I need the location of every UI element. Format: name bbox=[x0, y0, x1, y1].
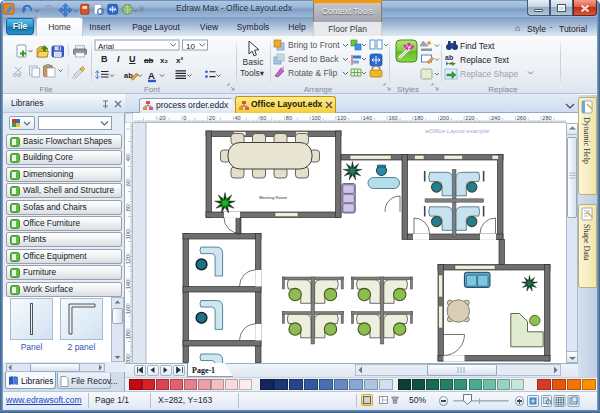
svg-text:120: 120 bbox=[125, 255, 131, 264]
svg-text:240: 240 bbox=[491, 115, 500, 121]
svg-text:wOffice Layout example: wOffice Layout example bbox=[425, 128, 490, 134]
svg-text:80: 80 bbox=[286, 115, 292, 121]
svg-text:80: 80 bbox=[125, 205, 131, 211]
svg-text:140: 140 bbox=[363, 115, 372, 121]
svg-text:120: 120 bbox=[337, 115, 346, 121]
svg-text:20: 20 bbox=[209, 115, 215, 121]
svg-text:A: A bbox=[148, 70, 155, 81]
svg-text:260: 260 bbox=[517, 115, 526, 121]
svg-text:180: 180 bbox=[125, 330, 131, 339]
svg-text:200: 200 bbox=[440, 115, 449, 121]
svg-text:60: 60 bbox=[125, 180, 131, 186]
svg-text:Meeting Room: Meeting Room bbox=[259, 195, 287, 200]
svg-text:200: 200 bbox=[125, 355, 131, 363]
svg-text:40: 40 bbox=[235, 115, 241, 121]
svg-text:0: 0 bbox=[183, 115, 186, 121]
svg-text:160: 160 bbox=[125, 305, 131, 314]
svg-text:180: 180 bbox=[414, 115, 423, 121]
svg-text:100: 100 bbox=[311, 115, 320, 121]
svg-text:140: 140 bbox=[125, 280, 131, 289]
svg-text:60: 60 bbox=[260, 115, 266, 121]
svg-text:160: 160 bbox=[388, 115, 397, 121]
svg-text:280: 280 bbox=[542, 115, 551, 121]
svg-text:40: 40 bbox=[125, 155, 131, 161]
svg-text:ab: ab bbox=[445, 54, 453, 61]
svg-text:-20: -20 bbox=[158, 115, 166, 121]
svg-text:100: 100 bbox=[125, 230, 131, 239]
svg-text:220: 220 bbox=[465, 115, 474, 121]
